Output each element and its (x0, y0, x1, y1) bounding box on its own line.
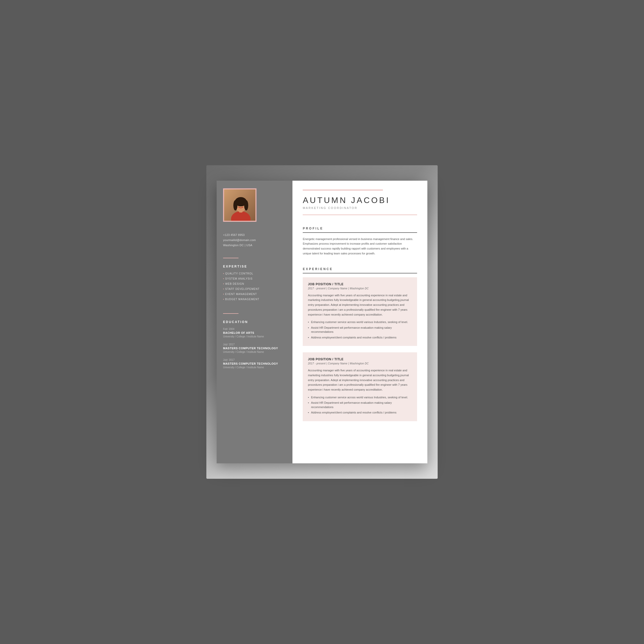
experience-underline (303, 273, 417, 273)
edu-degree-1: BACHELOR OF ARTS (223, 331, 286, 334)
edu-date-1: Feb' 2004 (223, 328, 286, 330)
page-background: +123 4567 8953 yourmailid@domain.com Was… (206, 165, 438, 479)
job-meta-2: 2017 - present | Company Name | Washingt… (308, 362, 412, 365)
expertise-item: BUDGET MANAGEMENT (223, 298, 286, 301)
resume-document: +123 4567 8953 yourmailid@domain.com Was… (217, 181, 427, 463)
job-bullet-1-3: Address employee/client complaints and r… (308, 335, 412, 340)
job-bullet-1-1: Enhancing customer service across world … (308, 320, 412, 324)
name-title-block: AUTUMN JACOBI MARKETING COORDINATOR (303, 196, 417, 209)
edu-school-3: University / College / Institute Name (223, 366, 286, 369)
contact-email: yourmailid@domain.com (223, 238, 286, 242)
edu-school-1: University / College / Institute Name (223, 335, 286, 338)
education-title: EDUCATION (223, 320, 286, 324)
job-desc-2: Accounting manager with five years of ac… (308, 368, 412, 392)
profile-text: Energetic management professional versed… (303, 237, 417, 256)
job-block-2: JOB POSITION / TITLE 2017 - present | Co… (303, 352, 417, 421)
sidebar-divider-2 (223, 313, 238, 314)
expertise-list: QUALITY CONTROL SYSTEM ANALYSIS WEB DESI… (223, 272, 286, 301)
profile-underline (303, 232, 417, 233)
sidebar-top (217, 181, 292, 227)
job-bullet-2-1: Enhancing customer service across world … (308, 395, 412, 400)
edu-entry-1: Feb' 2004 BACHELOR OF ARTS University / … (223, 328, 286, 338)
job-title-2: JOB POSITION / TITLE (308, 357, 412, 361)
resume-header: AUTUMN JACOBI MARKETING COORDINATOR (292, 181, 427, 220)
job-bullet-2-3: Address employee/client complaints and r… (308, 410, 412, 415)
edu-date-2: July' 2017 (223, 343, 286, 346)
svg-point-8 (238, 204, 240, 206)
contact-phone: +123 4567 8953 (223, 233, 286, 236)
svg-point-9 (242, 204, 244, 206)
profile-section-title: PROFILE (303, 227, 417, 230)
education-section: EDUCATION Feb' 2004 BACHELOR OF ARTS Uni… (217, 318, 292, 379)
contact-section: +123 4567 8953 yourmailid@domain.com Was… (217, 227, 292, 253)
expertise-item: EVENT MANAGEMENT (223, 293, 286, 296)
edu-entry-3: July' 2017 MASTERS COMPUTER TECHNOLOGY U… (223, 358, 286, 369)
job-bullet-1-2: Assist HR Department wit performance eva… (308, 326, 412, 334)
profile-photo (223, 188, 256, 222)
edu-date-3: July' 2017 (223, 358, 286, 361)
job-block-1: JOB POSITION / TITLE 2017 - present | Co… (303, 277, 417, 346)
svg-point-7 (244, 200, 248, 210)
edu-school-2: University / College / Institute Name (223, 351, 286, 353)
edu-degree-2: MASTERS COMPUTER TECHNOLOGY (223, 347, 286, 350)
job-meta-1: 2017 - present | Company Name | Washingt… (308, 287, 412, 290)
experience-section: EXPERIENCE JOB POSITION / TITLE 2017 - p… (292, 262, 427, 433)
job-title-1: JOB POSITION / TITLE (308, 282, 412, 286)
experience-section-title: EXPERIENCE (303, 267, 417, 271)
expertise-item: QUALITY CONTROL (223, 272, 286, 275)
job-bullet-2-2: Assist HR Department wit performance eva… (308, 401, 412, 409)
candidate-name: AUTUMN JACOBI (303, 196, 417, 205)
expertise-item: STAFF DEVELOPEMENT (223, 288, 286, 290)
header-line-bottom (303, 215, 417, 215)
edu-entry-2: July' 2017 MASTERS COMPUTER TECHNOLOGY U… (223, 343, 286, 353)
expertise-item: SYSTEM ANALYSIS (223, 277, 286, 280)
resume-sidebar: +123 4567 8953 yourmailid@domain.com Was… (217, 181, 292, 463)
photo-placeholder (224, 189, 255, 221)
contact-location: Washington DC | USA (223, 244, 286, 247)
sidebar-divider-1 (223, 258, 238, 258)
main-content: AUTUMN JACOBI MARKETING COORDINATOR PROF… (292, 181, 427, 463)
header-line-top (303, 190, 383, 190)
job-desc-1: Accounting manager with five years of ac… (308, 293, 412, 317)
profile-section: PROFILE Energetic management professiona… (292, 220, 427, 262)
candidate-job-title: MARKETING COORDINATOR (303, 206, 417, 209)
svg-point-6 (233, 200, 237, 210)
expertise-section: EXPERTISE QUALITY CONTROL SYSTEM ANALYSI… (217, 262, 292, 308)
edu-degree-3: MASTERS COMPUTER TECHNOLOGY (223, 362, 286, 365)
expertise-title: EXPERTISE (223, 265, 286, 268)
expertise-item: WEB DESIGN (223, 282, 286, 285)
